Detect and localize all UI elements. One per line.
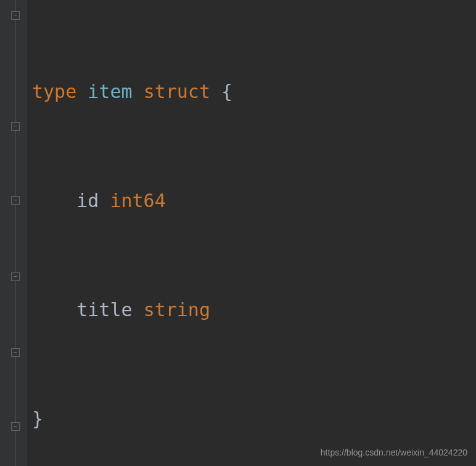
gutter — [0, 0, 27, 466]
type-name: int64 — [110, 183, 165, 219]
fold-marker-icon[interactable] — [11, 272, 20, 281]
type-name: item — [88, 74, 132, 110]
field-name: title — [76, 292, 132, 329]
code-content[interactable]: type item struct { id int64 title string… — [27, 0, 322, 466]
code-line: type item struct { — [32, 73, 322, 110]
code-line: } — [32, 401, 322, 438]
type-name: string — [144, 292, 210, 329]
brace: } — [32, 401, 43, 438]
field-name: id — [76, 183, 99, 219]
fold-marker-icon[interactable] — [11, 422, 20, 431]
keyword-struct: struct — [144, 74, 210, 110]
fold-marker-icon[interactable] — [11, 196, 20, 205]
watermark-text: https://blog.csdn.net/weixin_44024220 — [321, 444, 467, 461]
fold-marker-icon[interactable] — [11, 122, 20, 131]
code-editor[interactable]: type item struct { id int64 title string… — [0, 0, 476, 466]
brace: { — [221, 74, 232, 110]
code-line: title string — [32, 292, 322, 329]
fold-marker-icon[interactable] — [11, 11, 20, 20]
fold-marker-icon[interactable] — [11, 348, 20, 357]
keyword-type: type — [32, 74, 76, 110]
code-line: id int64 — [32, 182, 322, 219]
